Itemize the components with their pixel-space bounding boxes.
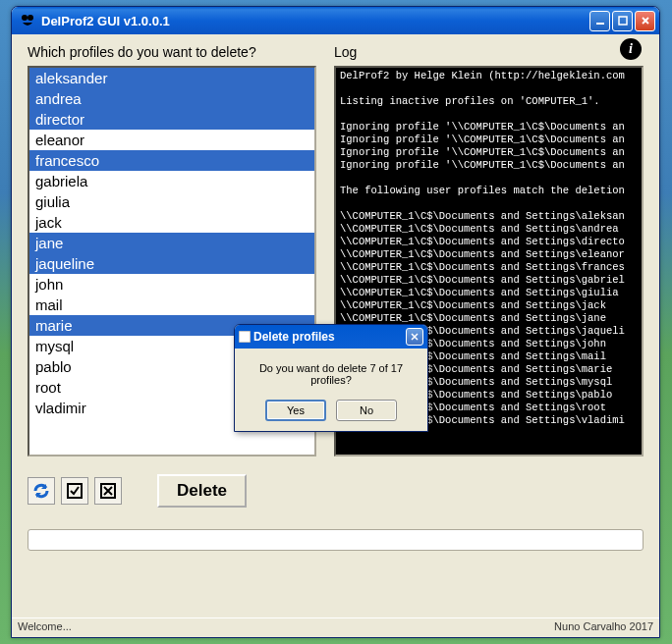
- list-item[interactable]: mail: [29, 295, 314, 315]
- yes-button[interactable]: Yes: [265, 400, 326, 421]
- list-item[interactable]: giulia: [29, 191, 314, 212]
- select-all-button[interactable]: [61, 477, 88, 505]
- main-window: DelProf2 GUI v1.0.0.1 i Which profiles d…: [11, 6, 660, 638]
- list-item[interactable]: gabriela: [29, 171, 314, 191]
- list-item[interactable]: director: [29, 109, 314, 130]
- minimize-button[interactable]: [589, 11, 610, 31]
- dialog-title: Delete profiles: [251, 330, 406, 344]
- status-right: Nuno Carvalho 2017: [554, 620, 653, 635]
- status-left: Welcome...: [18, 620, 72, 635]
- list-item[interactable]: jaqueline: [29, 253, 314, 274]
- info-button[interactable]: i: [620, 38, 642, 60]
- delete-button[interactable]: Delete: [157, 474, 247, 508]
- list-item[interactable]: eleanor: [29, 130, 314, 150]
- list-item[interactable]: aleksander: [29, 68, 314, 88]
- list-item[interactable]: jane: [29, 233, 314, 253]
- svg-rect-3: [619, 17, 627, 25]
- uncheck-all-icon: [99, 482, 117, 500]
- dialog-icon: [239, 331, 251, 343]
- deselect-all-button[interactable]: [94, 477, 122, 505]
- dialog-close-button[interactable]: [406, 328, 423, 346]
- dialog-titlebar[interactable]: Delete profiles: [235, 325, 427, 349]
- log-label: Log: [334, 44, 644, 60]
- window-title: DelProf2 GUI v1.0.0.1: [39, 14, 589, 28]
- svg-point-0: [22, 15, 28, 21]
- profiles-label: Which profiles do you want to delete?: [28, 44, 316, 60]
- close-icon: [411, 333, 419, 341]
- status-bar: Welcome... Nuno Carvalho 2017: [12, 617, 659, 637]
- dialog-message: Do you want do delete 7 of 17 profiles?: [243, 362, 420, 386]
- titlebar[interactable]: DelProf2 GUI v1.0.0.1: [12, 7, 659, 34]
- list-item[interactable]: jack: [29, 212, 314, 233]
- check-all-icon: [66, 482, 84, 500]
- progress-bar: [28, 529, 644, 551]
- list-item[interactable]: andrea: [29, 88, 314, 109]
- svg-point-1: [28, 15, 33, 21]
- list-item[interactable]: john: [29, 274, 314, 295]
- refresh-icon: [31, 481, 51, 501]
- app-icon: [20, 13, 35, 28]
- svg-rect-2: [596, 23, 604, 25]
- maximize-button[interactable]: [612, 11, 633, 31]
- close-button[interactable]: [635, 11, 655, 31]
- confirm-dialog: Delete profiles Do you want do delete 7 …: [234, 324, 428, 432]
- no-button[interactable]: No: [336, 400, 397, 421]
- refresh-button[interactable]: [28, 477, 55, 505]
- svg-rect-6: [239, 331, 251, 343]
- list-item[interactable]: francesco: [29, 150, 314, 171]
